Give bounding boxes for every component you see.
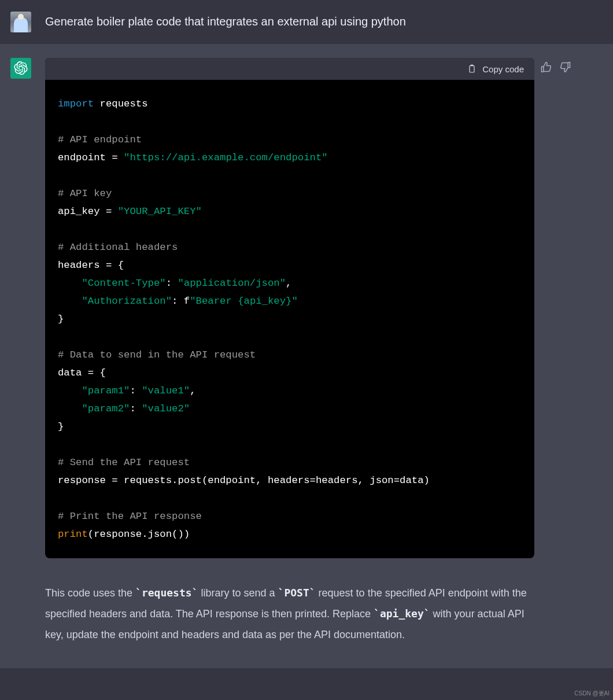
assistant-message-content: Copy code import requests # API endpoint… xyxy=(45,58,534,645)
thumbs-down-button[interactable] xyxy=(560,61,571,75)
code-block-header: Copy code xyxy=(45,58,534,80)
user-message-content: Generate boiler plate code that integrat… xyxy=(45,12,603,32)
inline-code: `requests` xyxy=(135,587,198,599)
code-block: Copy code import requests # API endpoint… xyxy=(45,58,534,558)
openai-logo-icon xyxy=(14,61,28,75)
clipboard-icon xyxy=(467,64,477,74)
user-message-text: Generate boiler plate code that integrat… xyxy=(45,12,603,29)
thumbs-up-button[interactable] xyxy=(540,61,552,75)
feedback-buttons xyxy=(540,61,571,75)
copy-code-button[interactable]: Copy code xyxy=(467,64,524,74)
code-pre[interactable]: import requests # API endpoint endpoint … xyxy=(45,80,534,558)
copy-code-label: Copy code xyxy=(482,64,524,74)
assistant-avatar xyxy=(10,58,31,79)
user-message-row: Generate boiler plate code that integrat… xyxy=(0,0,613,44)
explanation-text: This code uses the `requests` library to… xyxy=(45,583,534,645)
thumbs-up-icon xyxy=(540,61,552,73)
inline-code: `POST` xyxy=(278,587,316,599)
user-avatar xyxy=(10,12,31,32)
svg-rect-0 xyxy=(470,66,474,72)
assistant-message-row: Copy code import requests # API endpoint… xyxy=(0,44,613,668)
inline-code: `api_key` xyxy=(374,607,430,620)
watermark: CSDN @更AI xyxy=(574,690,610,698)
thumbs-down-icon xyxy=(560,61,571,73)
